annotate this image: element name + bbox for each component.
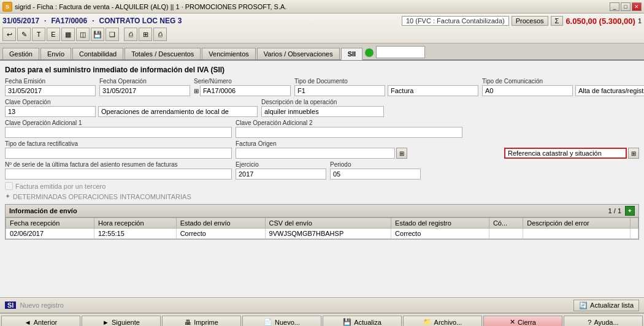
operaciones-row: ✦ DETERMINADAS OPERACIONES INTRACOMUNITA… (5, 192, 639, 200)
col-hora-recepcion: Hora recepción (94, 218, 176, 229)
fecha-operacion-label: Fecha Operación (99, 78, 190, 85)
export-button[interactable]: ✦ (625, 206, 635, 216)
minimize-button[interactable]: _ (610, 2, 619, 11)
clave-operacion-desc[interactable] (98, 106, 258, 117)
siguiente-icon: ► (102, 319, 109, 326)
sigma-button[interactable]: Σ (551, 16, 564, 26)
tab-sii[interactable]: SII (341, 48, 362, 60)
actualiza-label: Actualiza (354, 319, 381, 326)
col-descripcion-error: Descripción del error (523, 218, 631, 229)
ref-catastral-input[interactable] (504, 148, 627, 159)
tipo-documento-code[interactable] (294, 85, 385, 96)
content-area: Datos para el suministro inmediato de in… (0, 61, 644, 297)
bottom-nav: ◄ Anterior ► Siguiente 🖶 Imprime 📄 Nuevo… (0, 313, 644, 326)
actualiza-button[interactable]: 💾 Actualiza (323, 316, 402, 327)
si-badge: SI (5, 301, 16, 309)
doc-contract: CONTRATO LOC NEG 3 (99, 17, 182, 25)
tool-back[interactable]: ↩ (2, 28, 16, 41)
count-badge: 1 (638, 17, 642, 25)
imprime-icon: 🖶 (185, 319, 191, 326)
tab-gestion[interactable]: Gestión (2, 48, 39, 59)
no-serie-label: Nº de serie de la última factura del asi… (5, 161, 232, 168)
tipo-comunicacion-code[interactable] (482, 85, 573, 96)
ejercicio-input[interactable] (236, 169, 326, 180)
tab-varios[interactable]: Varios / Observaciones (257, 48, 340, 59)
tab-totales[interactable]: Totales / Descuentos (125, 48, 201, 59)
nuevo-button[interactable]: 📄 Nuevo... (242, 316, 321, 327)
serie-numero-label: Serie/Número (194, 78, 291, 85)
doc-date: 31/05/2017 (2, 17, 39, 25)
fecha-emision-label: Fecha Emisión (5, 78, 96, 85)
nuevo-icon: 📄 (264, 318, 272, 326)
col-estado-registro: Estado del registro (391, 218, 489, 229)
toolbar-area: 31/05/2017 · FA17/0006 · CONTRATO LOC NE… (0, 13, 644, 44)
periodo-label: Periodo (330, 161, 421, 168)
doc-code: FA17/0006 (51, 17, 87, 25)
imprime-button[interactable]: 🖶 Imprime (162, 316, 241, 327)
descripcion-value[interactable] (261, 106, 384, 117)
tipo-comunicacion-label: Tipo de Comunicación (482, 78, 644, 85)
page-info: 1 / 1 (608, 207, 621, 214)
anterior-button[interactable]: ◄ Anterior (1, 316, 80, 327)
sii-status-indicator (365, 48, 374, 57)
tool-copy[interactable]: ❑ (105, 28, 119, 41)
table-row[interactable]: 02/06/201712:55:15Correcto9VWJSQMGB7HBAH… (6, 229, 638, 239)
clave-operacion-value[interactable] (5, 106, 96, 117)
sii-tab-input[interactable] (376, 46, 425, 58)
imprime-label: Imprime (194, 319, 218, 326)
ayuda-button[interactable]: ? Ayuda... (564, 316, 643, 327)
periodo-input[interactable] (330, 169, 421, 180)
tool-grid[interactable]: ▦ (61, 28, 75, 41)
amount-display: 6.050,00 (5.300,00) (565, 17, 635, 26)
archivo-button[interactable]: 📁 Archivo... (403, 316, 482, 327)
doc-separator2: · (92, 17, 94, 25)
app-icon: S (2, 2, 12, 12)
factura-origen-btn[interactable]: ⊞ (396, 148, 407, 159)
tool-edit[interactable]: ✎ (17, 28, 31, 41)
info-envio-table: Fecha recepción Hora recepción Estado de… (6, 218, 638, 239)
clave-adicional2-label: Clave Operación Adicional 2 (236, 119, 462, 126)
tipo-rectificativa-input[interactable] (5, 148, 232, 159)
archivo-label: Archivo... (434, 319, 462, 326)
serie-numero-input[interactable] (200, 85, 291, 96)
ejercicio-label: Ejercicio (236, 161, 326, 168)
tool-frame[interactable]: ◫ (76, 28, 90, 41)
ayuda-label: Ayuda... (594, 319, 618, 326)
clave-operacion-label: Clave Operación (5, 99, 258, 105)
procesos-button[interactable]: Procesos (512, 16, 548, 26)
tool-text[interactable]: T (32, 28, 45, 41)
tool-print3[interactable]: ⎙ (153, 28, 167, 41)
tool-print1[interactable]: ⎙ (124, 28, 137, 41)
clave-adicional1-input[interactable] (5, 127, 232, 138)
factura-origen-input[interactable] (236, 148, 395, 159)
descripcion-label: Descripción de la operación (261, 99, 384, 105)
maximize-button[interactable]: □ (621, 2, 631, 11)
siguiente-button[interactable]: ► Siguiente (82, 316, 161, 327)
close-window-button[interactable]: ✕ (632, 2, 642, 11)
fecha-emision-input[interactable] (5, 85, 96, 96)
ref-catastral-btn[interactable]: ⊞ (628, 148, 639, 159)
factura-origen-label: Factura Origen (236, 140, 407, 147)
nuevo-label: Nuevo... (275, 319, 300, 326)
no-serie-input[interactable] (5, 169, 232, 180)
tipo-documento-value[interactable] (388, 85, 478, 96)
fecha-operacion-input[interactable] (99, 85, 190, 96)
factura-tercero-checkbox[interactable] (5, 182, 13, 190)
tool-save[interactable]: 💾 (91, 28, 104, 41)
tool-table[interactable]: E (47, 28, 60, 41)
tipo-comunicacion-value[interactable] (575, 85, 644, 96)
ayuda-icon: ? (588, 319, 591, 326)
actualizar-lista-label: Actualizar lista (590, 301, 634, 309)
doc-separator1: · (44, 17, 46, 25)
tab-contabilidad[interactable]: Contabilidad (72, 48, 123, 59)
tool-print2[interactable]: ⊞ (139, 28, 152, 41)
actualizar-lista-button[interactable]: 🔄 Actualizar lista (573, 300, 639, 311)
tab-bar: Gestión Envío Contabilidad Totales / Des… (0, 44, 644, 61)
clave-adicional2-input[interactable] (236, 127, 462, 138)
tab-vencimientos[interactable]: Vencimientos (202, 48, 255, 59)
cierra-button[interactable]: ✕ Cierra (483, 316, 562, 327)
clave-adicional1-label: Clave Operación Adicional 1 (5, 119, 232, 126)
nuevo-registro-label: Nuevo registro (20, 301, 64, 309)
window-title: sigrid - Ficha : Factura de venta - ALQU… (15, 3, 286, 10)
tab-envio[interactable]: Envío (40, 48, 71, 59)
